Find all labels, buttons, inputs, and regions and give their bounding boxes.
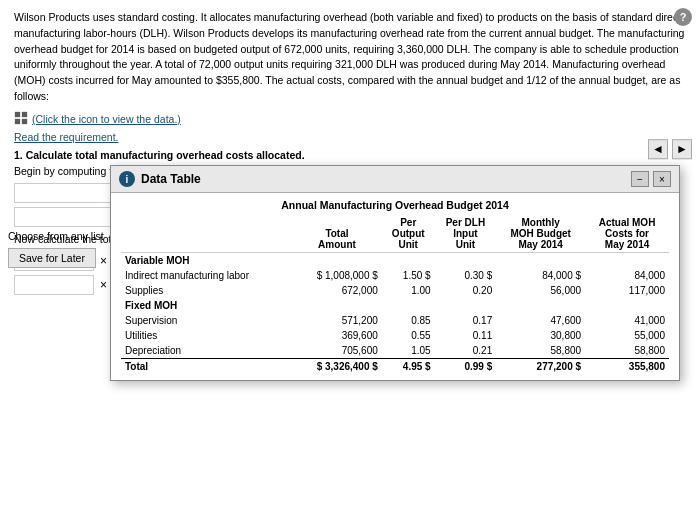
cell-total: 705,600 [292, 343, 382, 359]
table-header-title: Annual Manufacturing Overhead Budget 201… [121, 199, 669, 211]
modal-controls: − × [631, 171, 671, 187]
cell-actual: 84,000 [585, 268, 669, 283]
total-dlh: 0.99 $ [435, 359, 497, 375]
cell-output: 0.55 [382, 328, 435, 343]
cell-output: 1.05 [382, 343, 435, 359]
th-dlh: Per DLHInputUnit [435, 215, 497, 253]
modal-header: i Data Table − × [111, 166, 679, 193]
modal-close-button[interactable]: × [653, 171, 671, 187]
table-row: Depreciation 705,600 1.05 0.21 58,800 58… [121, 343, 669, 359]
modal-body: Annual Manufacturing Overhead Budget 201… [111, 193, 679, 380]
th-total: TotalAmount [292, 215, 382, 253]
cell-monthly: 58,800 [496, 343, 585, 359]
table-row: Utilities 369,600 0.55 0.11 30,800 55,00… [121, 328, 669, 343]
cell-total: 369,600 [292, 328, 382, 343]
cell-label: Indirect manufacturing labor [121, 268, 292, 283]
total-monthly: 277,200 $ [496, 359, 585, 375]
cell-monthly: 47,600 [496, 313, 585, 328]
cell-total: 571,200 [292, 313, 382, 328]
total-row: Total $ 3,326,400 $ 4.95 $ 0.99 $ 277,20… [121, 359, 669, 375]
cell-dlh: 0.11 [435, 328, 497, 343]
cell-total: $ 1,008,000 $ [292, 268, 382, 283]
moh-times3: × [100, 278, 107, 292]
choose-label: Choose from any list [8, 230, 104, 242]
svg-rect-2 [15, 119, 20, 124]
section-label: Fixed MOH [121, 298, 669, 313]
cell-label: Utilities [121, 328, 292, 343]
cell-monthly: 56,000 [496, 283, 585, 298]
total-actual: 355,800 [585, 359, 669, 375]
svg-rect-3 [22, 119, 27, 124]
modal-title: Data Table [141, 172, 625, 186]
section-row: Variable MOH [121, 253, 669, 269]
cell-label: Supplies [121, 283, 292, 298]
cell-monthly: 84,000 $ [496, 268, 585, 283]
table-row: Supervision 571,200 0.85 0.17 47,600 41,… [121, 313, 669, 328]
icon-link-text[interactable]: (Click the icon to view the data.) [32, 113, 181, 125]
cell-total: 672,000 [292, 283, 382, 298]
cell-output: 0.85 [382, 313, 435, 328]
cell-dlh: 0.17 [435, 313, 497, 328]
cell-actual: 41,000 [585, 313, 669, 328]
total-output: 4.95 $ [382, 359, 435, 375]
help-icon[interactable]: ? [674, 8, 692, 26]
cell-output: 1.50 $ [382, 268, 435, 283]
modal-minimize-button[interactable]: − [631, 171, 649, 187]
cell-label: Supervision [121, 313, 292, 328]
cell-output: 1.00 [382, 283, 435, 298]
th-actual: Actual MOHCosts forMay 2014 [585, 215, 669, 253]
nav-left-arrow[interactable]: ◄ [648, 139, 668, 159]
section1-title: 1. Calculate total manufacturing overhea… [14, 149, 686, 161]
th-empty [121, 215, 292, 253]
total-total: $ 3,326,400 $ [292, 359, 382, 375]
data-table: TotalAmount PerOutputUnit Per DLHInputUn… [121, 215, 669, 374]
table-row: Indirect manufacturing labor $ 1,008,000… [121, 268, 669, 283]
svg-rect-1 [22, 112, 27, 117]
modal-info-icon: i [119, 171, 135, 187]
cell-actual: 55,000 [585, 328, 669, 343]
cell-label: Depreciation [121, 343, 292, 359]
cell-actual: 117,000 [585, 283, 669, 298]
data-table-modal: i Data Table − × Annual Manufacturing Ov… [110, 165, 680, 381]
nav-right-arrow[interactable]: ► [672, 139, 692, 159]
total-label: Total [121, 359, 292, 375]
main-paragraph: Wilson Products uses standard costing. I… [14, 10, 686, 105]
cell-actual: 58,800 [585, 343, 669, 359]
choose-row: Choose from any list [8, 230, 108, 242]
cell-dlh: 0.21 [435, 343, 497, 359]
cell-monthly: 30,800 [496, 328, 585, 343]
requirement-link[interactable]: Read the requirement. [14, 131, 686, 143]
grid-icon [14, 111, 28, 127]
icon-link-row: (Click the icon to view the data.) [14, 111, 686, 127]
left-panel: Choose from any list Save for Later [8, 230, 108, 268]
section-label: Variable MOH [121, 253, 669, 269]
moh-result-1[interactable] [14, 275, 94, 295]
save-later-button[interactable]: Save for Later [8, 248, 96, 268]
th-output: PerOutputUnit [382, 215, 435, 253]
section-row: Fixed MOH [121, 298, 669, 313]
table-row: Supplies 672,000 1.00 0.20 56,000 117,00… [121, 283, 669, 298]
svg-rect-0 [15, 112, 20, 117]
cell-dlh: 0.30 $ [435, 268, 497, 283]
cell-dlh: 0.20 [435, 283, 497, 298]
th-monthly: MonthlyMOH BudgetMay 2014 [496, 215, 585, 253]
